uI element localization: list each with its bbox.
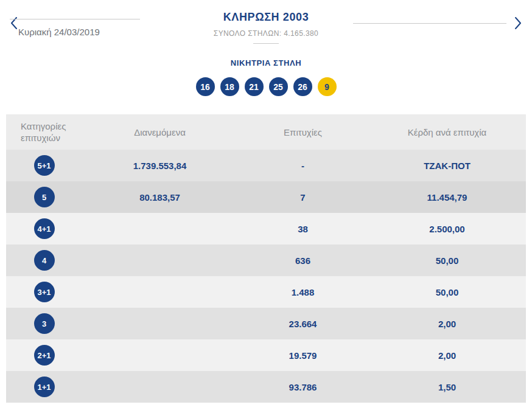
wins-value: - (237, 161, 368, 171)
category-badge: 5 (34, 187, 55, 207)
prize-value: 2,00 (368, 350, 526, 361)
draw-results-page: Κυριακή 24/03/2019 ΚΛΗΡΩΣΗ 2003 ΣΥΝΟΛΟ Σ… (0, 0, 532, 403)
prize-value: 1,50 (368, 382, 526, 392)
winning-number-ball: 26 (293, 77, 312, 96)
wins-value: 636 (237, 255, 368, 266)
wins-value: 19.579 (237, 350, 368, 361)
table-header-row: Κατηγορίες επιτυχιών Διανεμόμενα Επιτυχί… (6, 114, 526, 150)
prize-value: 11.454,79 (368, 192, 526, 203)
table-row: 5 80.183,57 7 11.454,79 (6, 181, 526, 213)
winning-number-ball: 25 (269, 77, 288, 96)
column-header-wins: Επιτυχίες (237, 127, 368, 137)
prize-value: 50,00 (368, 255, 526, 266)
table-row: 4+1 38 2.500,00 (6, 213, 526, 245)
joker-number-ball: 9 (318, 77, 337, 96)
winning-numbers-section: ΝΙΚΗΤΡΙΑ ΣΤΗΛΗ 16 18 21 25 26 9 (0, 54, 532, 96)
category-badge: 1+1 (34, 377, 55, 397)
distributed-value: 1.739.553,84 (82, 161, 237, 171)
category-badge: 4 (34, 250, 55, 271)
prize-value: 50,00 (368, 287, 526, 297)
winning-number-ball: 16 (196, 77, 215, 96)
column-header-categories: Κατηγορίες επιτυχιών (21, 120, 66, 144)
category-badge: 4+1 (34, 218, 55, 239)
prize-value: 2,00 (368, 319, 526, 329)
wins-value: 1.488 (237, 287, 368, 297)
category-badge: 3 (34, 313, 55, 334)
draw-title-block: ΚΛΗΡΩΣΗ 2003 ΣΥΝΟΛΟ ΣΤΗΛΩΝ: 4.165.380 (0, 11, 532, 44)
category-badge: 3+1 (34, 282, 55, 302)
category-badge: 5+1 (34, 155, 55, 176)
table-row: 3 23.664 2,00 (6, 308, 526, 339)
draw-title: ΚΛΗΡΩΣΗ 2003 (0, 11, 532, 24)
winning-number-ball: 21 (245, 77, 264, 96)
divider-line (353, 23, 506, 24)
table-row: 2+1 19.579 2,00 (6, 339, 526, 371)
winning-column-label: ΝΙΚΗΤΡΙΑ ΣΤΗΛΗ (0, 58, 532, 68)
table-row: 3+1 1.488 50,00 (6, 276, 526, 308)
table-row: 5+1 1.739.553,84 - ΤΖΑΚ-ΠΟΤ (6, 150, 526, 181)
table-row: 1+1 93.786 1,50 (6, 371, 526, 403)
column-header-prize: Κέρδη ανά επιτυχία (368, 127, 526, 137)
prize-value: ΤΖΑΚ-ΠΟΤ (368, 161, 526, 171)
prize-value: 2.500,00 (368, 224, 526, 234)
category-badge: 2+1 (34, 345, 55, 366)
winning-balls: 16 18 21 25 26 9 (0, 77, 532, 96)
prize-table: Κατηγορίες επιτυχιών Διανεμόμενα Επιτυχί… (6, 114, 526, 403)
distributed-value: 80.183,57 (82, 192, 237, 203)
column-header-distributed: Διανεμόμενα (82, 127, 237, 137)
table-row: 4 636 50,00 (6, 245, 526, 276)
wins-value: 23.664 (237, 319, 368, 329)
draw-header: Κυριακή 24/03/2019 ΚΛΗΡΩΣΗ 2003 ΣΥΝΟΛΟ Σ… (0, 0, 532, 54)
divider-line (253, 43, 279, 44)
wins-value: 93.786 (237, 382, 368, 392)
winning-number-ball: 18 (220, 77, 239, 96)
wins-value: 38 (237, 224, 368, 234)
chevron-right-icon[interactable] (511, 15, 525, 32)
total-columns-label: ΣΥΝΟΛΟ ΣΤΗΛΩΝ: 4.165.380 (0, 29, 532, 38)
wins-value: 7 (237, 192, 368, 203)
